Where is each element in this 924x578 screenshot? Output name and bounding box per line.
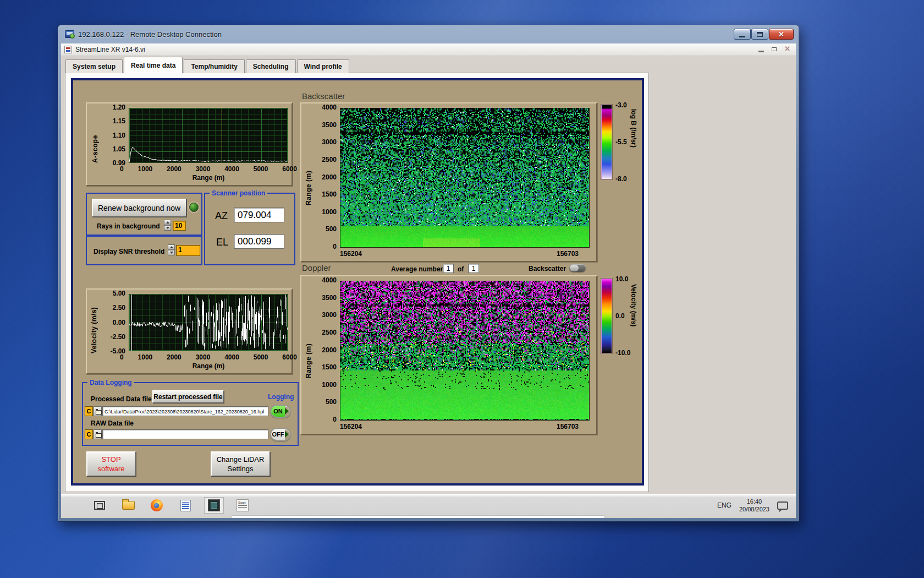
raw-browse-icon[interactable] xyxy=(94,429,102,439)
stop-software-button[interactable]: STOP software xyxy=(86,451,136,476)
x-tick-label: 3000 xyxy=(196,165,211,173)
backscatter-y-axis-label: Range (m) xyxy=(305,156,312,205)
snr-spinner[interactable] xyxy=(168,244,175,255)
tab-temp-humidity[interactable]: Temp/humidity xyxy=(184,59,244,73)
ascope-graph: A-scope 1.201.151.101.050.99 01000200030… xyxy=(86,102,293,186)
clock-time: 16:40 xyxy=(739,498,769,505)
y-tick-label: -2.50 xyxy=(111,334,125,340)
app-titlebar[interactable]: StreamLine XR v14-6.vi ✕ xyxy=(61,43,796,56)
average-total-field[interactable]: 1 xyxy=(468,264,479,273)
ascope-plot-area[interactable] xyxy=(129,108,288,163)
task-view-button[interactable] xyxy=(90,497,109,514)
y-tick-label: 0.00 xyxy=(113,320,125,326)
firefox-button[interactable] xyxy=(147,497,167,514)
x-tick-label: 6000 xyxy=(282,165,297,173)
off-label: OFF xyxy=(272,431,284,438)
rays-spinner[interactable] xyxy=(164,220,171,231)
processed-browse-icon[interactable] xyxy=(94,406,102,416)
app-close-icon[interactable]: ✕ xyxy=(784,45,790,52)
x-tick-label: 6000 xyxy=(282,353,297,361)
y-tick-label: 1000 xyxy=(322,382,337,388)
velocity-y-axis-label: Velocity (m/s) xyxy=(90,296,98,353)
tab-label: System setup xyxy=(73,63,116,70)
colorbar-tick-label: -10.0 xyxy=(615,350,630,356)
snr-increment-button[interactable] xyxy=(168,244,175,250)
data-logging-box: Data Logging Processed Data file Restart… xyxy=(82,382,299,446)
scan-app-button[interactable]: Scan xyxy=(233,497,252,514)
y-tick-label: 500 xyxy=(326,399,337,405)
y-tick-label: 1500 xyxy=(322,192,337,198)
processed-path-field[interactable]: C:\Lidar\Data\Proc\2023\202308\20230820\… xyxy=(102,406,268,416)
velocity-graph: Velocity (m/s) 5.002.500.00-2.50-5.00 01… xyxy=(86,288,293,374)
change-lidar-settings-button[interactable]: Change LiDAR Settings xyxy=(211,451,270,476)
rdp-titlebar[interactable]: 192.168.0.122 - Remote Desktop Connectio… xyxy=(58,25,799,43)
doppler-color-scale-label: Velocity (m/s) xyxy=(630,284,637,356)
maximize-icon xyxy=(757,32,763,37)
colorbar-tick-label: -8.0 xyxy=(615,176,627,182)
renew-background-button[interactable]: Renew background now xyxy=(92,199,186,217)
y-tick-label: 2500 xyxy=(322,330,337,336)
desktop-background: 192.168.0.122 - Remote Desktop Connectio… xyxy=(0,0,924,578)
doppler-color-scale xyxy=(601,279,612,353)
doppler-y-ticks: 40003500300025002000150010005000 xyxy=(315,277,337,423)
rays-increment-button[interactable] xyxy=(164,220,171,225)
tab-wind-profile[interactable]: Wind profile xyxy=(297,59,349,73)
raw-path-field[interactable] xyxy=(102,429,268,439)
tab-label: Scheduling xyxy=(253,63,289,70)
azimuth-value-field[interactable]: 079.004 xyxy=(234,208,284,222)
rdp-window: 192.168.0.122 - Remote Desktop Connectio… xyxy=(58,25,799,522)
raw-drive-chip[interactable]: C xyxy=(85,429,93,439)
maximize-button[interactable] xyxy=(751,29,768,40)
average-number-field[interactable]: 1 xyxy=(443,264,454,273)
snr-decrement-button[interactable] xyxy=(168,250,175,255)
processed-logging-on-button[interactable]: ON xyxy=(270,405,291,418)
tab-scheduling[interactable]: Scheduling xyxy=(246,59,296,73)
scan-app-icon: Scan xyxy=(237,499,249,511)
horizontal-scrollbar[interactable] xyxy=(232,516,604,518)
ascope-y-axis-label: A-scope xyxy=(91,113,99,163)
tab-system-setup[interactable]: System setup xyxy=(65,59,123,73)
active-app-button[interactable] xyxy=(204,497,224,514)
doppler-y-axis-label: Range (m) xyxy=(305,329,312,378)
app-window-controls: ✕ xyxy=(758,45,790,52)
elevation-value-field[interactable]: 000.099 xyxy=(234,234,284,249)
terminal-app-icon xyxy=(208,499,220,511)
backscatter-toggle-switch[interactable] xyxy=(569,264,586,272)
tab-real-time-data[interactable]: Real time data xyxy=(124,57,183,73)
app-restore-icon[interactable] xyxy=(772,47,777,51)
x-tick-label: 4000 xyxy=(224,353,239,361)
taskbar-clock[interactable]: 16:40 20/08/2023 xyxy=(739,498,769,513)
notification-center-icon[interactable] xyxy=(777,501,788,510)
doppler-section-title: Doppler xyxy=(302,263,331,272)
x-tick-label: 2000 xyxy=(167,353,182,361)
up-arrow-icon xyxy=(166,221,169,223)
restart-processed-file-button[interactable]: Restart processed file xyxy=(152,390,224,403)
elevation-label: EL xyxy=(216,237,228,248)
colorbar-tick-label: 10.0 xyxy=(615,276,630,282)
velocity-plot-area[interactable] xyxy=(129,294,288,351)
app-minimize-icon[interactable] xyxy=(758,51,764,52)
x-tick-label: 4000 xyxy=(224,165,239,173)
language-indicator[interactable]: ENG xyxy=(717,501,732,509)
backscatter-color-scale-label: log B (/m/sr) xyxy=(630,109,637,181)
doppler-x-end-label: 156703 xyxy=(557,423,579,430)
tab-label: Wind profile xyxy=(304,63,342,70)
processed-drive-chip[interactable]: C xyxy=(85,406,93,416)
renew-background-label: Renew background now xyxy=(98,204,180,212)
processed-path-row: C C:\Lidar\Data\Proc\2023\202308\2023082… xyxy=(85,406,268,416)
minimize-button[interactable] xyxy=(734,29,751,40)
file-explorer-button[interactable] xyxy=(118,497,138,514)
tab-bar: System setupReal time dataTemp/humidityS… xyxy=(65,57,350,73)
backscatter-graph: Range (m) 400035003000250020001500100050… xyxy=(300,102,597,262)
close-button[interactable]: ✕ xyxy=(769,29,794,40)
document-icon xyxy=(180,500,191,511)
restart-processed-file-label: Restart processed file xyxy=(153,393,222,401)
document-app-button[interactable] xyxy=(175,497,195,514)
raw-logging-off-button[interactable]: OFF xyxy=(270,428,291,441)
snr-value-field[interactable]: 1 xyxy=(176,245,200,256)
rays-decrement-button[interactable] xyxy=(164,225,171,231)
y-tick-label: 1.15 xyxy=(113,118,125,124)
colorbar-tick-label: -5.5 xyxy=(615,139,627,145)
rays-value-field[interactable]: 10 xyxy=(173,221,186,231)
average-of-label: of xyxy=(458,265,464,273)
